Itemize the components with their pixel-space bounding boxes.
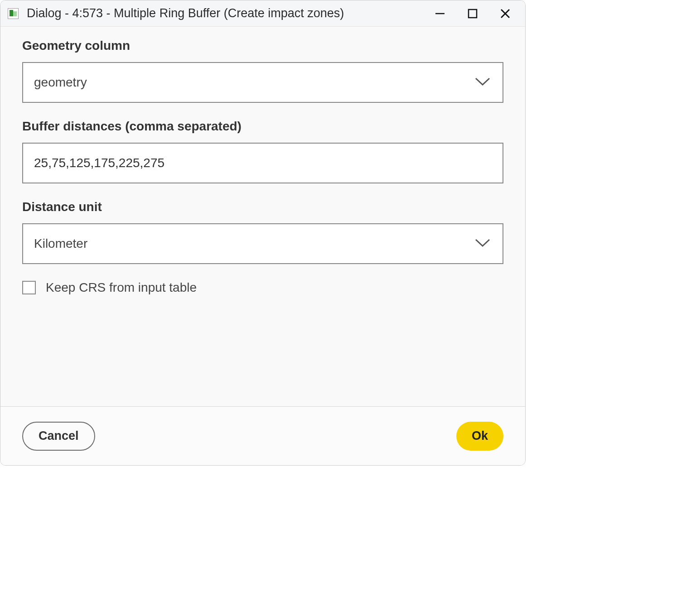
keep-crs-row: Keep CRS from input table <box>22 280 503 295</box>
distances-input[interactable] <box>34 156 492 170</box>
unit-select[interactable]: Kilometer <box>22 223 503 264</box>
unit-value: Kilometer <box>34 236 87 251</box>
close-icon <box>499 8 511 19</box>
distances-label: Buffer distances (comma separated) <box>22 119 503 134</box>
app-icon <box>8 8 19 19</box>
chevron-down-icon <box>474 236 491 251</box>
svg-rect-1 <box>469 10 477 18</box>
dialog-body: Geometry column geometry Buffer distance… <box>0 27 525 304</box>
keep-crs-checkbox[interactable] <box>22 281 36 294</box>
geometry-label: Geometry column <box>22 38 503 53</box>
dialog-footer: Cancel Ok <box>0 406 525 465</box>
window-controls <box>424 1 522 26</box>
window-title: Dialog - 4:573 - Multiple Ring Buffer (C… <box>27 6 424 20</box>
dialog-window: Dialog - 4:573 - Multiple Ring Buffer (C… <box>0 0 526 466</box>
minimize-icon <box>434 8 446 19</box>
unit-label: Distance unit <box>22 200 503 214</box>
keep-crs-label: Keep CRS from input table <box>46 280 197 295</box>
close-button[interactable] <box>489 1 522 26</box>
geometry-select[interactable]: geometry <box>22 62 503 103</box>
minimize-button[interactable] <box>424 1 456 26</box>
distances-input-wrapper <box>22 143 503 183</box>
ok-button[interactable]: Ok <box>456 422 503 451</box>
titlebar: Dialog - 4:573 - Multiple Ring Buffer (C… <box>0 0 525 27</box>
cancel-button-label: Cancel <box>39 429 79 443</box>
ok-button-label: Ok <box>472 429 488 443</box>
geometry-value: geometry <box>34 75 87 90</box>
maximize-icon <box>467 8 478 19</box>
chevron-down-icon <box>474 75 491 90</box>
cancel-button[interactable]: Cancel <box>22 422 95 451</box>
maximize-button[interactable] <box>456 1 489 26</box>
